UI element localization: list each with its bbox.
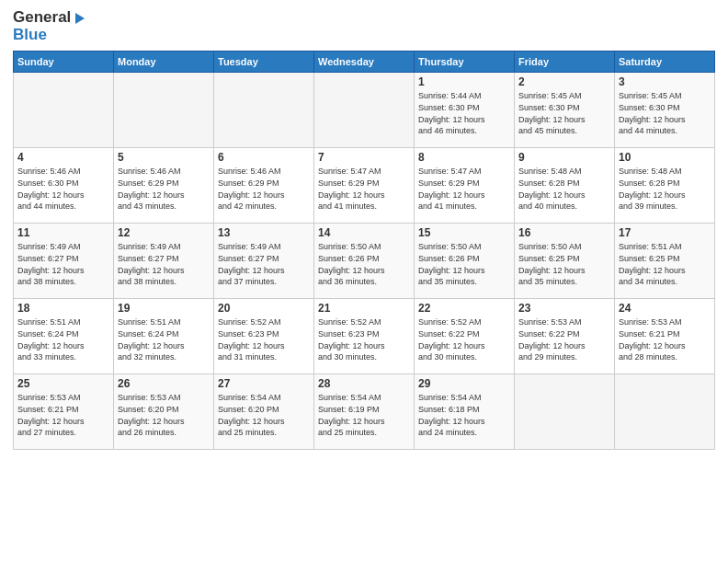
day-info: Sunrise: 5:51 AM Sunset: 6:25 PM Dayligh… bbox=[619, 241, 711, 287]
weekday-header-tuesday: Tuesday bbox=[214, 52, 314, 73]
day-number: 5 bbox=[118, 151, 210, 164]
calendar-cell: 10Sunrise: 5:48 AM Sunset: 6:28 PM Dayli… bbox=[615, 148, 715, 224]
page-container: General Blue SundayMondayTuesdayWednesda… bbox=[0, 0, 728, 457]
day-number: 9 bbox=[518, 151, 610, 164]
calendar-cell: 16Sunrise: 5:50 AM Sunset: 6:25 PM Dayli… bbox=[515, 224, 615, 299]
calendar-cell bbox=[515, 374, 615, 450]
header: General Blue bbox=[13, 9, 715, 43]
calendar-cell: 2Sunrise: 5:45 AM Sunset: 6:30 PM Daylig… bbox=[515, 73, 615, 148]
day-number: 3 bbox=[619, 75, 711, 88]
day-info: Sunrise: 5:54 AM Sunset: 6:20 PM Dayligh… bbox=[218, 392, 310, 438]
day-number: 20 bbox=[218, 302, 310, 315]
day-info: Sunrise: 5:46 AM Sunset: 6:29 PM Dayligh… bbox=[218, 166, 310, 212]
calendar-week-5: 25Sunrise: 5:53 AM Sunset: 6:21 PM Dayli… bbox=[14, 374, 715, 450]
calendar-cell: 24Sunrise: 5:53 AM Sunset: 6:21 PM Dayli… bbox=[615, 299, 715, 374]
calendar-cell: 3Sunrise: 5:45 AM Sunset: 6:30 PM Daylig… bbox=[615, 73, 715, 148]
day-number: 6 bbox=[218, 151, 310, 164]
day-number: 15 bbox=[418, 226, 510, 239]
day-info: Sunrise: 5:50 AM Sunset: 6:26 PM Dayligh… bbox=[418, 241, 510, 287]
day-number: 17 bbox=[619, 226, 711, 239]
weekday-header-monday: Monday bbox=[114, 52, 214, 73]
calendar-cell: 17Sunrise: 5:51 AM Sunset: 6:25 PM Dayli… bbox=[615, 224, 715, 299]
day-info: Sunrise: 5:51 AM Sunset: 6:24 PM Dayligh… bbox=[17, 316, 109, 362]
day-info: Sunrise: 5:50 AM Sunset: 6:25 PM Dayligh… bbox=[518, 241, 610, 287]
weekday-header-wednesday: Wednesday bbox=[314, 52, 415, 73]
weekday-header-sunday: Sunday bbox=[14, 52, 114, 73]
calendar-cell: 4Sunrise: 5:46 AM Sunset: 6:30 PM Daylig… bbox=[14, 148, 114, 224]
day-info: Sunrise: 5:46 AM Sunset: 6:30 PM Dayligh… bbox=[17, 166, 109, 212]
calendar-cell: 14Sunrise: 5:50 AM Sunset: 6:26 PM Dayli… bbox=[314, 224, 415, 299]
day-info: Sunrise: 5:54 AM Sunset: 6:19 PM Dayligh… bbox=[318, 392, 410, 438]
day-number: 7 bbox=[318, 151, 410, 164]
calendar-week-1: 1Sunrise: 5:44 AM Sunset: 6:30 PM Daylig… bbox=[14, 73, 715, 148]
day-number: 23 bbox=[518, 302, 610, 315]
weekday-header-thursday: Thursday bbox=[415, 52, 515, 73]
day-info: Sunrise: 5:49 AM Sunset: 6:27 PM Dayligh… bbox=[118, 241, 210, 287]
day-number: 27 bbox=[218, 377, 310, 390]
weekday-header-saturday: Saturday bbox=[615, 52, 715, 73]
day-info: Sunrise: 5:50 AM Sunset: 6:26 PM Dayligh… bbox=[318, 241, 410, 287]
day-number: 1 bbox=[418, 75, 510, 88]
calendar-cell: 28Sunrise: 5:54 AM Sunset: 6:19 PM Dayli… bbox=[314, 374, 415, 450]
calendar-table: SundayMondayTuesdayWednesdayThursdayFrid… bbox=[13, 51, 715, 450]
calendar-cell: 5Sunrise: 5:46 AM Sunset: 6:29 PM Daylig… bbox=[114, 148, 214, 224]
calendar-cell: 22Sunrise: 5:52 AM Sunset: 6:22 PM Dayli… bbox=[415, 299, 515, 374]
day-info: Sunrise: 5:44 AM Sunset: 6:30 PM Dayligh… bbox=[418, 90, 510, 136]
day-info: Sunrise: 5:51 AM Sunset: 6:24 PM Dayligh… bbox=[118, 316, 210, 362]
day-number: 22 bbox=[418, 302, 510, 315]
day-info: Sunrise: 5:54 AM Sunset: 6:18 PM Dayligh… bbox=[418, 392, 510, 438]
day-number: 26 bbox=[118, 377, 210, 390]
calendar-cell: 27Sunrise: 5:54 AM Sunset: 6:20 PM Dayli… bbox=[214, 374, 314, 450]
calendar-cell bbox=[314, 73, 415, 148]
calendar-cell: 6Sunrise: 5:46 AM Sunset: 6:29 PM Daylig… bbox=[214, 148, 314, 224]
calendar-cell bbox=[615, 374, 715, 450]
calendar-cell: 23Sunrise: 5:53 AM Sunset: 6:22 PM Dayli… bbox=[515, 299, 615, 374]
day-info: Sunrise: 5:45 AM Sunset: 6:30 PM Dayligh… bbox=[619, 90, 711, 136]
day-info: Sunrise: 5:48 AM Sunset: 6:28 PM Dayligh… bbox=[518, 166, 610, 212]
day-info: Sunrise: 5:53 AM Sunset: 6:20 PM Dayligh… bbox=[118, 392, 210, 438]
logo: General Blue bbox=[13, 9, 85, 43]
calendar-cell: 13Sunrise: 5:49 AM Sunset: 6:27 PM Dayli… bbox=[214, 224, 314, 299]
day-number: 29 bbox=[418, 377, 510, 390]
day-number: 12 bbox=[118, 226, 210, 239]
day-info: Sunrise: 5:52 AM Sunset: 6:22 PM Dayligh… bbox=[418, 316, 510, 362]
calendar-week-2: 4Sunrise: 5:46 AM Sunset: 6:30 PM Daylig… bbox=[14, 148, 715, 224]
calendar-cell: 15Sunrise: 5:50 AM Sunset: 6:26 PM Dayli… bbox=[415, 224, 515, 299]
calendar-cell bbox=[114, 73, 214, 148]
calendar-week-4: 18Sunrise: 5:51 AM Sunset: 6:24 PM Dayli… bbox=[14, 299, 715, 374]
calendar-cell: 20Sunrise: 5:52 AM Sunset: 6:23 PM Dayli… bbox=[214, 299, 314, 374]
calendar-cell: 8Sunrise: 5:47 AM Sunset: 6:29 PM Daylig… bbox=[415, 148, 515, 224]
svg-marker-0 bbox=[75, 13, 85, 24]
day-number: 19 bbox=[118, 302, 210, 315]
calendar-cell: 19Sunrise: 5:51 AM Sunset: 6:24 PM Dayli… bbox=[114, 299, 214, 374]
logo-text: General Blue bbox=[13, 9, 85, 43]
calendar-cell: 1Sunrise: 5:44 AM Sunset: 6:30 PM Daylig… bbox=[415, 73, 515, 148]
calendar-cell: 7Sunrise: 5:47 AM Sunset: 6:29 PM Daylig… bbox=[314, 148, 415, 224]
calendar-cell: 11Sunrise: 5:49 AM Sunset: 6:27 PM Dayli… bbox=[14, 224, 114, 299]
day-number: 2 bbox=[518, 75, 610, 88]
day-number: 28 bbox=[318, 377, 410, 390]
day-number: 16 bbox=[518, 226, 610, 239]
day-number: 24 bbox=[619, 302, 711, 315]
day-info: Sunrise: 5:53 AM Sunset: 6:21 PM Dayligh… bbox=[17, 392, 109, 438]
day-number: 18 bbox=[17, 302, 109, 315]
day-info: Sunrise: 5:48 AM Sunset: 6:28 PM Dayligh… bbox=[619, 166, 711, 212]
day-info: Sunrise: 5:45 AM Sunset: 6:30 PM Dayligh… bbox=[518, 90, 610, 136]
day-number: 8 bbox=[418, 151, 510, 164]
day-info: Sunrise: 5:47 AM Sunset: 6:29 PM Dayligh… bbox=[318, 166, 410, 212]
weekday-header-row: SundayMondayTuesdayWednesdayThursdayFrid… bbox=[14, 52, 715, 73]
day-number: 4 bbox=[17, 151, 109, 164]
calendar-cell: 26Sunrise: 5:53 AM Sunset: 6:20 PM Dayli… bbox=[114, 374, 214, 450]
day-info: Sunrise: 5:53 AM Sunset: 6:21 PM Dayligh… bbox=[619, 316, 711, 362]
day-info: Sunrise: 5:47 AM Sunset: 6:29 PM Dayligh… bbox=[418, 166, 510, 212]
calendar-cell: 9Sunrise: 5:48 AM Sunset: 6:28 PM Daylig… bbox=[515, 148, 615, 224]
day-info: Sunrise: 5:52 AM Sunset: 6:23 PM Dayligh… bbox=[218, 316, 310, 362]
day-info: Sunrise: 5:46 AM Sunset: 6:29 PM Dayligh… bbox=[118, 166, 210, 212]
day-number: 11 bbox=[17, 226, 109, 239]
calendar-cell: 21Sunrise: 5:52 AM Sunset: 6:23 PM Dayli… bbox=[314, 299, 415, 374]
day-info: Sunrise: 5:49 AM Sunset: 6:27 PM Dayligh… bbox=[17, 241, 109, 287]
calendar-cell: 12Sunrise: 5:49 AM Sunset: 6:27 PM Dayli… bbox=[114, 224, 214, 299]
calendar-week-3: 11Sunrise: 5:49 AM Sunset: 6:27 PM Dayli… bbox=[14, 224, 715, 299]
calendar-cell: 18Sunrise: 5:51 AM Sunset: 6:24 PM Dayli… bbox=[14, 299, 114, 374]
day-number: 10 bbox=[619, 151, 711, 164]
